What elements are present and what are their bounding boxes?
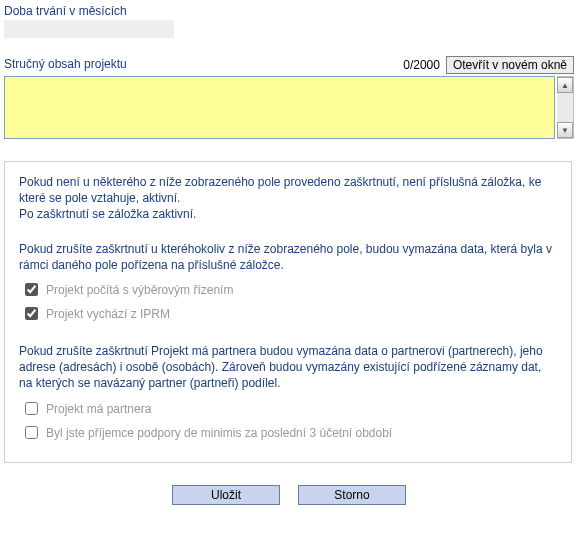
info-text-line: Po zaškrtnutí se záložka zaktivní. [19, 207, 196, 221]
duration-input [4, 20, 174, 38]
summary-textarea[interactable] [4, 76, 555, 139]
info-paragraph-1: Pokud není u některého z níže zobrazenéh… [19, 174, 557, 223]
info-box: Pokud není u některého z níže zobrazenéh… [4, 161, 572, 463]
checkbox-label: Projekt počítá s výběrovým řízením [46, 283, 233, 297]
checkbox-row-de-minimis[interactable]: Byl jste příjemce podpory de minimis za … [25, 426, 557, 440]
textarea-scrollbar[interactable]: ▲ ▼ [557, 76, 574, 139]
summary-label: Stručný obsah projektu [4, 57, 403, 71]
save-button[interactable]: Uložit [172, 485, 280, 505]
duration-label: Doba trvání v měsících [4, 4, 574, 18]
checkbox-iprm[interactable] [25, 307, 38, 320]
info-paragraph-3: Pokud zrušíte zaškrtnutí Projekt má part… [19, 343, 557, 392]
checkbox-row-partner[interactable]: Projekt má partnera [25, 402, 557, 416]
cancel-button[interactable]: Storno [298, 485, 406, 505]
checkbox-partner[interactable] [25, 402, 38, 415]
checkbox-label: Byl jste příjemce podpory de minimis za … [46, 426, 392, 440]
open-new-window-button[interactable]: Otevřít v novém okně [446, 56, 574, 74]
checkbox-de-minimis[interactable] [25, 426, 38, 439]
info-text-line: Pokud není u některého z níže zobrazenéh… [19, 175, 541, 205]
summary-counter: 0/2000 [403, 58, 440, 72]
checkbox-label: Projekt vychází z IPRM [46, 307, 170, 321]
checkbox-row-iprm[interactable]: Projekt vychází z IPRM [25, 307, 557, 321]
checkbox-label: Projekt má partnera [46, 402, 151, 416]
checkbox-row-selection-procedure[interactable]: Projekt počítá s výběrovým řízením [25, 283, 557, 297]
scroll-down-icon[interactable]: ▼ [557, 122, 573, 138]
checkbox-selection-procedure[interactable] [25, 283, 38, 296]
scroll-up-icon[interactable]: ▲ [557, 77, 573, 93]
info-paragraph-2: Pokud zrušíte zaškrtnutí u kteréhokoliv … [19, 241, 557, 273]
